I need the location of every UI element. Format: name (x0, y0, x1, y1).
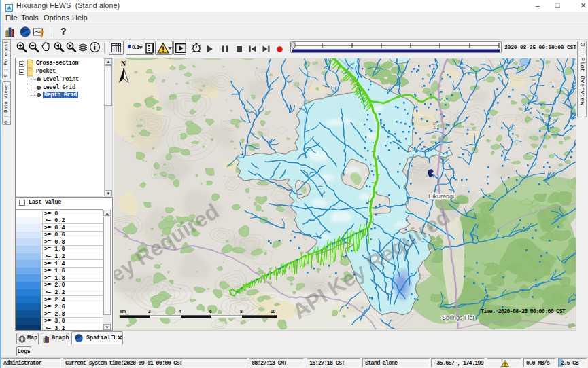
svg-text:N: N (121, 60, 126, 67)
svg-text:6: 6 (209, 309, 212, 314)
svg-text:10: 10 (271, 309, 276, 314)
svg-text:SH 1: SH 1 (432, 122, 438, 134)
svg-text:km: km (120, 309, 126, 314)
svg-text:Springs Flat: Springs Flat (442, 314, 475, 321)
svg-text:Hikurangi: Hikurangi (428, 193, 454, 200)
svg-text:2: 2 (148, 309, 151, 314)
svg-text:Time: 2020-08-25 00:00:00 CST: Time: 2020-08-25 00:00:00 CST (481, 308, 566, 314)
svg-text:4: 4 (179, 309, 181, 314)
svg-text:8: 8 (240, 309, 243, 314)
